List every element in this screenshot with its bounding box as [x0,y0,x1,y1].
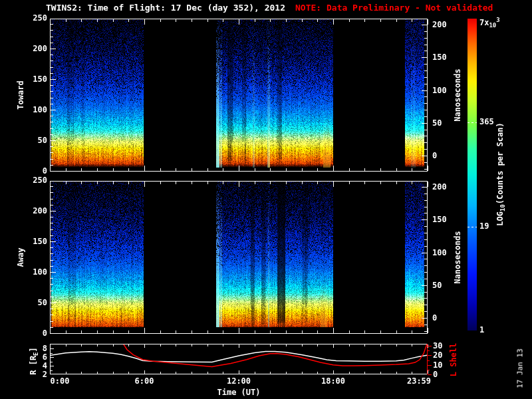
y-tick-label: 100 [19,267,47,277]
x-tick-label: 18:00 [313,376,353,386]
r-tick-label: 8 [19,344,47,353]
y-tick-label: 0 [19,329,47,338]
y-tick-label: 250 [19,13,47,23]
date-stamp: 17 Jan 13 [516,348,525,388]
colorbar-tick-label: 365 [479,117,494,126]
lshell-tick-label: 30 [433,341,442,350]
lshell-tick-label: 20 [433,350,442,360]
x-tick-label: 23:59 [399,376,439,386]
y-tick-label: 50 [19,298,47,307]
ns-tick-label: 50 [432,281,442,290]
ns-tick-label: 200 [432,182,447,192]
plot-title: TWINS2: Time of Flight: 17 Dec (day 352)… [46,3,285,13]
ns-tick-label: 100 [432,86,447,95]
y-tick-label: 50 [19,136,47,145]
r-tick-label: 6 [19,352,47,362]
ns-tick-label: 0 [432,313,437,323]
ns-tick-label: 150 [432,53,447,62]
lshell-axis-label: L Shell [449,343,458,377]
time-axis-label: Time (UT) [199,388,279,397]
x-tick-label: 6:00 [124,376,164,386]
plot-canvas [0,0,532,399]
colorbar-max-label: 7x103 [479,17,500,29]
x-tick-label: 12:00 [219,376,259,386]
y-tick-label: 250 [19,176,47,185]
twins2-tof-plot: TWINS2: Time of Flight: 17 Dec (day 352)… [0,0,532,399]
y-tick-label: 200 [19,44,47,53]
r-tick-label: 4 [19,361,47,370]
ns-tick-label: 200 [432,20,447,29]
y-tick-label: 100 [19,105,47,114]
away-axis-label: Away [16,248,25,267]
colorbar-tick-label: 19 [479,221,489,231]
x-tick-label: 0:00 [40,376,80,386]
colorbar-title: LOG10(Counts per Scan) [495,122,506,225]
colorbar-tick-label: 1 [479,325,484,334]
y-tick-label: 200 [19,206,47,215]
lshell-tick-label: 10 [433,360,442,370]
ns-tick-label: 50 [432,118,442,128]
nanoseconds-label-toward: Nanoseconds [453,68,462,121]
ns-tick-label: 0 [432,151,437,160]
y-tick-label: 150 [19,237,47,246]
title-bar: TWINS2: Time of Flight: 17 Dec (day 352)… [46,3,493,13]
y-tick-label: 0 [19,166,47,176]
ns-tick-label: 100 [432,248,447,257]
preliminary-warning: NOTE: Data Preliminary - Not validated [295,3,493,13]
y-tick-label: 150 [19,74,47,84]
nanoseconds-label-away: Nanoseconds [453,231,462,283]
ns-tick-label: 150 [432,215,447,224]
